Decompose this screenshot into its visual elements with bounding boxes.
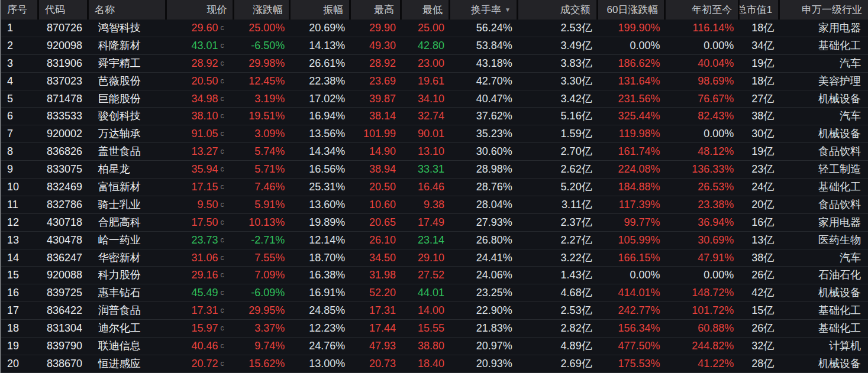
price-value: 13.27 [191,143,218,160]
stock-row[interactable]: 1870726鸿智科技29.60c25.00%20.69%29.9025.005… [1,20,868,37]
cell-industry: 食品饮料 [780,143,868,160]
cell-code: 836826 [39,143,89,160]
cell-volume: 4.89亿 [518,338,598,355]
cell-price: 23.73c [167,232,235,249]
column-header-low[interactable]: 最低 [402,0,450,20]
column-header-change[interactable]: 涨跌幅 [234,0,291,20]
cell-mktcap: 32亿 [740,338,780,355]
cell-low: 90.01 [402,125,450,142]
stock-row[interactable]: 13430478峆一药业23.73c-2.71%12.14%26.1023.14… [1,232,868,249]
column-header-amplitude[interactable]: 振幅 [291,0,351,20]
cell-turnover: 24.06% [450,267,518,284]
column-header-industry[interactable]: 申万一级行业 [780,0,868,20]
cell-price: 17.31c [167,302,235,319]
stock-row[interactable]: 14836247华密新材31.06c7.55%18.70%34.5029.102… [1,249,868,267]
cell-amplitude: 13.56% [291,125,351,142]
price-flag-marker: c [220,302,228,319]
cell-chg60: 166.15% [598,249,666,267]
stock-row[interactable]: 9833075柏星龙35.94c5.71%16.56%38.9433.3128.… [1,161,868,179]
stock-row[interactable]: 17836422润普食品17.31c29.95%24.85%17.3114.00… [1,302,868,320]
stock-row[interactable]: 2920098科隆新材43.01c-6.50%14.13%49.3042.805… [1,37,868,55]
column-header-turnover[interactable]: 换手率▼ [450,0,518,20]
stock-row[interactable]: 15920088科力股份29.16c7.09%16.38%31.9827.522… [1,267,868,284]
column-header-code[interactable]: 代码 [39,0,89,20]
cell-seq: 14 [1,249,39,267]
cell-ytd: 60.88% [666,320,740,337]
cell-code: 871478 [39,90,89,108]
cell-seq: 17 [1,302,39,319]
column-header-ytd[interactable]: 年初至今 [666,0,740,20]
cell-price: 9.50c [167,196,235,213]
cell-turnover: 20.93% [450,355,518,372]
cell-chg60: 0.00% [598,267,666,284]
stock-row[interactable]: 20838670恒进感应20.72c15.62%13.00%20.7318.40… [1,355,868,373]
price-flag-marker: c [220,214,228,231]
stock-row[interactable]: 6833533骏创科技38.10c19.51%16.94%38.1432.743… [1,108,868,125]
column-header-volume[interactable]: 成交额 [518,0,598,20]
column-header-mktcap[interactable]: 总市值1 [740,0,780,20]
cell-volume: 3.49亿 [518,37,598,54]
cell-high: 20.50 [351,179,402,196]
cell-high: 52.20 [351,284,402,301]
cell-mktcap: 20亿 [740,196,780,213]
cell-chg60: 242.77% [598,302,666,319]
cell-low: 33.31 [402,161,450,178]
cell-code: 831906 [39,55,89,72]
cell-change: 7.09% [234,267,291,284]
cell-high: 47.93 [351,338,402,355]
cell-ytd: 23.38% [666,196,740,213]
stock-row[interactable]: 19839790联迪信息40.46c9.74%24.76%47.9338.802… [1,338,868,355]
cell-seq: 19 [1,338,39,355]
stock-row[interactable]: 11832786骑士乳业9.50c5.91%13.60%10.609.3828.… [1,196,868,214]
cell-high: 31.98 [351,267,402,284]
cell-chg60: 186.62% [598,55,666,72]
cell-mktcap: 16亿 [740,214,780,231]
cell-low: 27.52 [402,267,450,284]
cell-high: 38.14 [351,108,402,125]
stock-row[interactable]: 5871478巨能股份34.98c3.19%17.02%39.8734.1040… [1,90,868,108]
price-flag-marker: c [220,73,228,90]
cell-low: 38.80 [402,338,450,355]
column-header-label: 60日涨跌幅 [607,3,659,17]
cell-change: 10.13% [234,214,291,231]
stock-row[interactable]: 7920002万达轴承91.05c3.09%13.56%101.9990.013… [1,125,868,143]
cell-ytd: 41.22% [666,355,740,372]
column-header-label: 最高 [374,3,394,17]
cell-name: 合肥高科 [89,214,167,231]
stock-row[interactable]: 3831906舜宇精工28.92c29.98%26.61%28.9223.004… [1,55,868,73]
cell-name: 骏创科技 [89,108,167,125]
price-value: 29.16 [191,267,218,284]
column-header-chg60[interactable]: 60日涨跌幅 [598,0,666,20]
price-value: 29.60 [191,20,218,37]
cell-volume: 2.69亿 [518,355,598,372]
cell-low: 16.46 [402,179,450,196]
cell-chg60: 156.34% [598,320,666,337]
column-header-name[interactable]: 名称 [89,0,167,20]
price-value: 40.46 [191,338,218,355]
stock-row[interactable]: 4837023芭薇股份20.50c12.45%22.38%23.6919.614… [1,73,868,90]
cell-high: 20.65 [351,214,402,231]
stock-row[interactable]: 8836826盖世食品13.27c5.74%14.34%14.9013.1030… [1,143,868,161]
cell-name: 迪尔化工 [89,320,167,337]
cell-amplitude: 17.02% [291,90,351,108]
cell-volume: 4.68亿 [518,284,598,301]
cell-seq: 20 [1,355,39,372]
price-flag-marker: c [220,355,228,372]
price-flag-marker: c [220,20,228,37]
cell-code: 832786 [39,196,89,213]
column-header-seq[interactable]: 序号 [1,0,39,20]
price-flag-marker: c [220,284,228,301]
stock-row[interactable]: 10832469富恒新材17.15c7.46%25.31%20.5016.462… [1,179,868,196]
column-header-high[interactable]: 最高 [351,0,402,20]
cell-ytd: 82.43% [666,108,740,125]
cell-price: 28.92c [167,55,235,72]
price-flag-marker: c [220,338,228,355]
cell-volume: 3.42亿 [518,90,598,108]
stock-row[interactable]: 18831304迪尔化工15.97c3.37%12.23%17.4415.552… [1,320,868,338]
column-header-price[interactable]: 现价 [167,0,235,20]
cell-amplitude: 19.89% [291,214,351,231]
stock-row[interactable]: 12430718合肥高科17.50c10.13%19.89%20.6517.49… [1,214,868,232]
stock-row[interactable]: 16839725惠丰钻石45.49c-6.09%16.91%52.2044.01… [1,284,868,302]
cell-price: 13.27c [167,143,235,160]
column-header-label: 换手率 [471,3,501,17]
